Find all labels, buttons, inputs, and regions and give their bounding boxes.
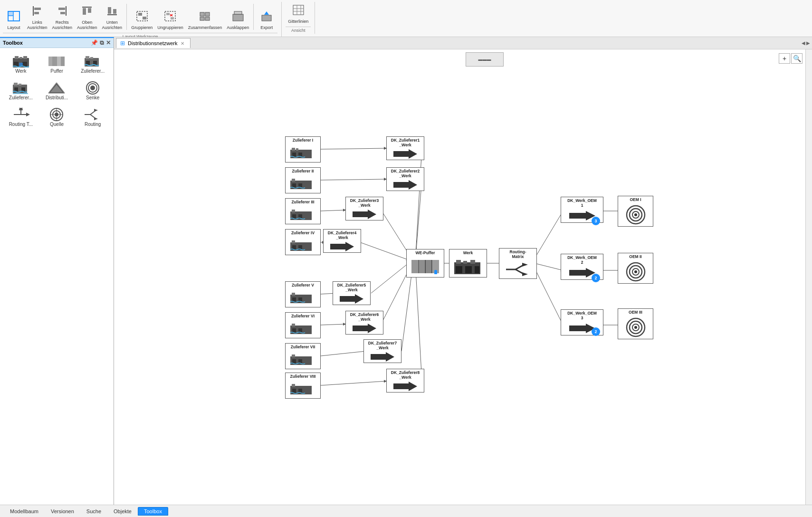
export-icon [260,10,273,24]
svg-rect-55 [86,56,89,59]
oem2-icon [624,262,648,282]
svg-rect-164 [475,266,479,273]
toolbox-pin-icon[interactable]: 📌 [91,39,98,46]
collapsed-node[interactable]: ▬▬▬ [466,52,504,67]
toolbox-item-distribution[interactable]: Distributi... [39,77,75,104]
node-dk-z8[interactable]: DK_Zulieferer8_Werk [386,369,424,393]
toolbox-item-zulieferer1[interactable]: Zulieferer... [75,51,111,77]
toolbox-float-icon[interactable]: ⧉ [100,39,104,46]
node-zulieferer1[interactable]: Zulieferer I [285,136,321,163]
status-tab-toolbox[interactable]: Toolbox [138,507,168,516]
svg-rect-153 [411,260,419,273]
svg-rect-160 [463,261,467,264]
svg-line-92 [416,148,422,254]
node-we-puffer[interactable]: WE-Puffer [406,249,444,278]
toolbox-item-quelle[interactable]: Quelle [39,104,75,131]
status-tab-versionen[interactable]: Versionen [45,507,80,516]
node-dk-z4[interactable]: DK_Zulieferer4_Werk [323,229,361,253]
svg-rect-28 [233,14,243,21]
quelle-icon [48,107,66,122]
node-dk-z2[interactable]: DK_Zulieferer2_Werk [386,167,424,191]
toolbox-header: Toolbox 📌 ⧉ ✕ [0,38,114,48]
node-dk-z1[interactable]: DK_Zulieferer1_Werk [386,136,424,160]
node-routing-matrix[interactable]: Routing-Matrix [499,248,537,279]
dk-z7-icon [371,352,394,362]
node-zulieferer4[interactable]: Zulieferer IV [285,229,321,255]
svg-rect-53 [61,57,65,66]
canvas-scrollbar[interactable] [805,49,812,505]
svg-rect-163 [465,266,472,273]
toolbox-close-icon[interactable]: ✕ [106,39,111,46]
svg-line-86 [321,210,345,211]
node-werk-center[interactable]: Werk [449,249,487,278]
puffer-body-icon [411,259,439,274]
svg-rect-126 [292,293,295,296]
zulieferer7-body-icon [290,353,316,367]
toolbar-export-btn[interactable]: Export [256,8,277,32]
svg-marker-148 [393,382,417,391]
node-dk-z5[interactable]: DK_Zulieferer5_Werk [333,281,371,305]
toolbar-layout-btn[interactable]: Layout [3,8,25,32]
badge-oem1: 3 [592,217,600,225]
toolbar-zusammenfassen-btn[interactable]: Zusammenfassen [186,8,225,32]
node-dk-z7[interactable]: DK_Zulieferer7_Werk [363,339,401,363]
node-oem3[interactable]: OEM III [618,308,653,339]
toolbar-unten-btn[interactable]: UntenAusrichten [100,3,125,32]
zulieferer5-body-icon [290,291,316,305]
svg-rect-32 [262,15,271,21]
toolbar-ansicht-group: Gitterlinien Ansicht [286,2,315,34]
toolbox-item-werk[interactable]: Werk [3,51,39,77]
toolbar-layout-group: Layout LinksAusrichten RechtsAusrichten … [3,2,282,40]
toolbox-item-routing-t[interactable]: Routing T... [3,104,39,131]
node-oem2[interactable]: OEM II [618,253,653,284]
scroll-right-icon[interactable]: ▶ [806,40,810,46]
ungruppieren-label: Ungruppieren [157,25,183,30]
svg-rect-51 [52,57,57,66]
svg-rect-17 [138,13,142,16]
toolbox-routing-label: Routing [85,122,101,127]
toolbar-ungruppieren-btn[interactable]: Ungruppieren [155,8,186,32]
node-dk-z3[interactable]: DK_Zulieferer3_Werk [345,197,383,220]
toolbar-rechts-btn[interactable]: RechtsAusrichten [50,3,75,32]
node-zulieferer7[interactable]: Zulieferer VII [285,343,321,369]
toolbar-ausklappen-btn[interactable]: Ausklappen [224,8,251,32]
zulieferer2-icon [12,81,30,95]
tab-close-icon[interactable]: ✕ [181,41,184,46]
svg-line-95 [360,242,409,260]
node-zulieferer2[interactable]: Zulieferer II [285,167,321,193]
status-tab-suche[interactable]: Suche [80,507,107,516]
dk-oem1-icon [569,211,595,221]
toolbox-item-puffer[interactable]: Puffer [39,51,75,77]
toolbox-item-senke[interactable]: Senke [75,77,111,104]
tab-network-icon: ⊞ [120,40,125,47]
status-tab-objekte[interactable]: Objekte [107,507,138,516]
toolbox-item-routing[interactable]: Routing [75,104,111,131]
toolbox-quelle-label: Quelle [50,122,64,127]
node-zulieferer8[interactable]: Zulieferer VIII [285,373,321,399]
canvas-tab-distributionsnetzwerk[interactable]: ⊞ Distributionsnetzwerk ✕ [116,38,191,48]
node-oem1[interactable]: OEM I [618,196,653,227]
oem3-icon [624,317,648,337]
svg-rect-110 [296,148,298,151]
svg-rect-41 [19,57,22,59]
toolbox-item-zulieferer2[interactable]: Zulieferer... [3,77,39,104]
node-zulieferer3[interactable]: Zulieferer III [285,198,321,224]
zoom-plus-btn[interactable]: + [779,53,790,64]
svg-rect-109 [292,148,295,151]
zoom-search-btn[interactable]: 🔍 [791,53,802,64]
scroll-left-icon[interactable]: ◀ [802,40,805,46]
toolbar-gruppieren-btn[interactable]: Gruppieren [129,8,155,32]
toolbar-links-btn[interactable]: LinksAusrichten [25,3,50,32]
toolbar-gitterlinien-btn[interactable]: Gitterlinien [286,2,311,26]
status-tab-modellbaum[interactable]: Modellbaum [4,507,45,516]
toolbar-oben-btn[interactable]: ObenAusrichten [75,3,100,32]
links-icon [31,5,43,19]
svg-rect-26 [200,17,204,20]
diagram-canvas[interactable]: + 🔍 ▬▬▬ [114,49,812,505]
node-zulieferer6[interactable]: Zulieferer VI [285,312,321,338]
node-dk-z6[interactable]: DK_Zulieferer6_Werk [345,311,383,335]
svg-rect-6 [34,12,39,14]
svg-rect-27 [205,17,210,20]
svg-rect-154 [419,260,425,273]
node-zulieferer5[interactable]: Zulieferer V [285,281,321,307]
